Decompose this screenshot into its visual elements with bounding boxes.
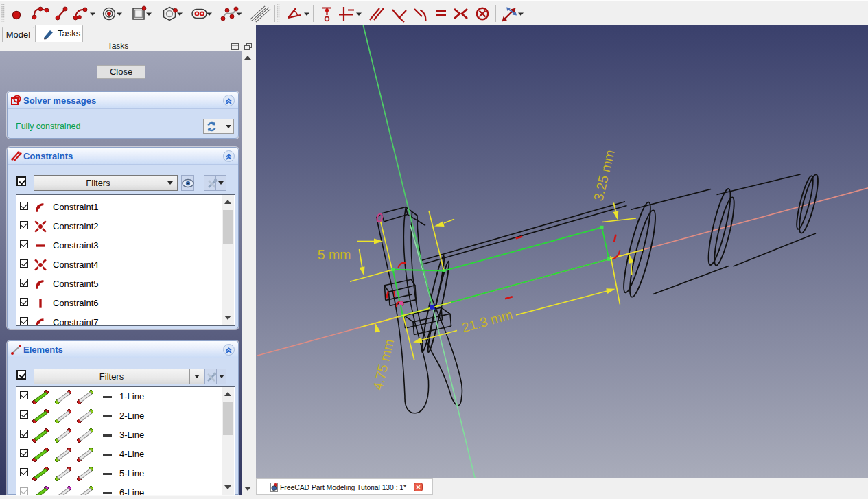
svg-text:5 mm: 5 mm [318, 247, 351, 262]
